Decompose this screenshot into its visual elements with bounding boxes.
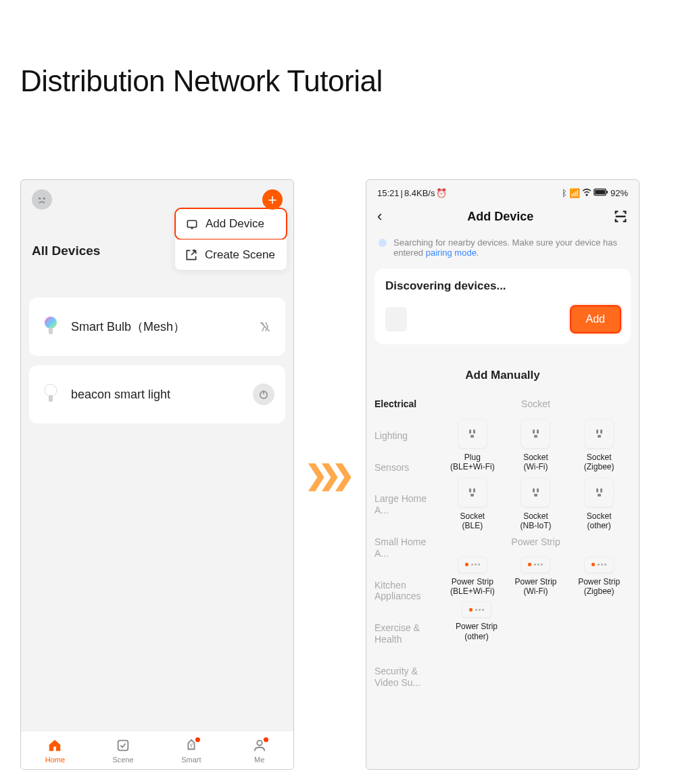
add-button-icon[interactable]: ＋ <box>262 189 283 210</box>
product-item[interactable]: Power Strip(other) <box>446 601 507 641</box>
product-name: Power Strip <box>456 622 498 631</box>
product-item[interactable]: Power Strip(BLE+Wi-Fi) <box>442 557 503 597</box>
page-title: Distribution Network Tutorial <box>20 64 656 98</box>
arrow-transition-icon: ❯❯❯ <box>305 459 355 490</box>
socket-icon <box>584 419 614 448</box>
tab-me[interactable]: Me <box>225 731 293 769</box>
category-sidebar: Electrical Lighting Sensors Large Home A… <box>366 398 441 688</box>
svg-rect-2 <box>187 221 196 227</box>
category-item[interactable]: Security & Video Su... <box>375 666 441 689</box>
product-proto: (other) <box>587 521 610 530</box>
all-devices-heading: All Devices <box>21 203 111 271</box>
search-info: Searching for nearby devices. Make sure … <box>366 237 639 269</box>
svg-point-4 <box>45 317 57 329</box>
product-name: Socket <box>587 511 612 521</box>
product-name: Socket <box>523 511 548 521</box>
add-device-label: Add Device <box>206 217 264 231</box>
powerstrip-icon <box>521 557 550 573</box>
category-item[interactable]: Exercise & Health <box>375 622 441 645</box>
socket-icon <box>584 478 614 507</box>
discovering-panel: Discovering devices... Add <box>375 269 631 344</box>
discovered-device-icon <box>385 307 407 331</box>
svg-point-15 <box>586 194 587 195</box>
svg-point-1 <box>43 198 45 200</box>
battery-icon <box>594 188 608 198</box>
product-item[interactable]: Power Strip(Zigbee) <box>569 557 629 597</box>
device-card[interactable]: beacon smart light <box>29 365 285 423</box>
disconnected-icon <box>256 317 274 336</box>
status-bar: 15:21 | 8.4KB/s ⏰ ᛒ 📶 92% <box>366 180 639 204</box>
product-proto: (BLE+Wi-Fi) <box>450 586 495 596</box>
bluetooth-icon: ᛒ <box>562 188 567 198</box>
product-item[interactable]: Power Strip(Wi-Fi) <box>505 557 566 597</box>
svg-rect-8 <box>49 395 53 402</box>
wifi-icon <box>582 188 592 198</box>
product-item[interactable]: Plug(BLE+Wi-Fi) <box>442 419 503 472</box>
tab-home[interactable]: Home <box>21 731 89 769</box>
product-proto: (BLE) <box>462 521 483 530</box>
product-proto: (NB-IoT) <box>520 521 551 530</box>
scan-icon[interactable] <box>613 209 628 224</box>
back-button[interactable]: ‹ <box>377 208 387 225</box>
tab-scene[interactable]: Scene <box>89 731 158 769</box>
alarm-icon: ⏰ <box>436 188 447 198</box>
category-item[interactable]: Electrical <box>375 398 441 410</box>
profile-icon <box>252 738 267 753</box>
screen-add-device: 15:21 | 8.4KB/s ⏰ ᛒ 📶 92% <box>366 179 639 770</box>
socket-icon <box>521 478 550 507</box>
status-sep: | <box>401 188 403 198</box>
category-item[interactable]: Kitchen Appliances <box>375 580 441 603</box>
add-discovered-button[interactable]: Add <box>570 305 621 333</box>
category-item[interactable]: Lighting <box>375 430 441 442</box>
create-scene-menu-item[interactable]: Create Scene <box>175 239 287 270</box>
device-name: Smart Bulb（Mesh） <box>71 319 246 335</box>
discovering-title: Discovering devices... <box>385 279 621 293</box>
product-proto: (other) <box>464 632 488 641</box>
product-item[interactable]: Socket(Wi-Fi) <box>505 419 566 472</box>
tab-label: Home <box>45 756 65 764</box>
smart-icon: Y <box>184 738 199 753</box>
notification-dot-icon <box>195 737 200 742</box>
tab-label: Scene <box>113 756 134 764</box>
tab-label: Me <box>254 756 264 764</box>
screen-home: ＋ All Devices Add Device Create Scene <box>20 179 294 770</box>
device-name: beacon smart light <box>71 388 243 402</box>
subcategory-powerstrip: Power Strip <box>441 536 631 547</box>
product-item[interactable]: Socket(BLE) <box>442 478 503 531</box>
category-item[interactable]: Small Home A... <box>375 536 441 559</box>
product-name: Socket <box>523 453 548 462</box>
home-icon <box>47 738 62 753</box>
category-item[interactable]: Large Home A... <box>375 493 441 516</box>
product-item[interactable]: Socket(other) <box>569 478 629 531</box>
subcategory-socket: Socket <box>441 398 631 409</box>
tab-bar: Home Scene Y Smart <box>21 731 293 769</box>
svg-rect-11 <box>118 741 128 751</box>
power-button-icon[interactable] <box>253 384 274 405</box>
product-name: Power Strip <box>514 577 556 586</box>
product-name: Power Strip <box>452 577 493 586</box>
tab-smart[interactable]: Y Smart <box>158 731 226 769</box>
socket-icon <box>458 419 487 448</box>
powerstrip-icon <box>458 557 487 573</box>
product-name: Socket <box>587 453 612 462</box>
device-card[interactable]: Smart Bulb（Mesh） <box>29 298 285 356</box>
socket-icon <box>458 478 487 507</box>
tab-label: Smart <box>181 756 201 764</box>
bulb-color-icon <box>40 313 62 341</box>
svg-point-14 <box>257 741 262 745</box>
category-item[interactable]: Sensors <box>375 462 441 474</box>
powerstrip-icon <box>584 557 614 573</box>
add-device-menu-item[interactable]: Add Device <box>174 208 287 240</box>
socket-icon <box>521 419 550 448</box>
product-item[interactable]: Socket(NB-IoT) <box>505 478 566 531</box>
nav-title: Add Device <box>387 210 613 224</box>
product-item[interactable]: Socket(Zigbee) <box>569 419 629 472</box>
product-proto: (Zigbee) <box>584 462 614 471</box>
product-name: Socket <box>460 511 485 521</box>
pairing-mode-link[interactable]: pairing mode <box>426 248 477 258</box>
product-proto: (Wi-Fi) <box>523 586 548 596</box>
svg-point-7 <box>45 384 57 396</box>
svg-text:Y: Y <box>189 743 193 749</box>
product-proto: (Wi-Fi) <box>523 462 548 471</box>
powerstrip-icon <box>462 601 491 618</box>
